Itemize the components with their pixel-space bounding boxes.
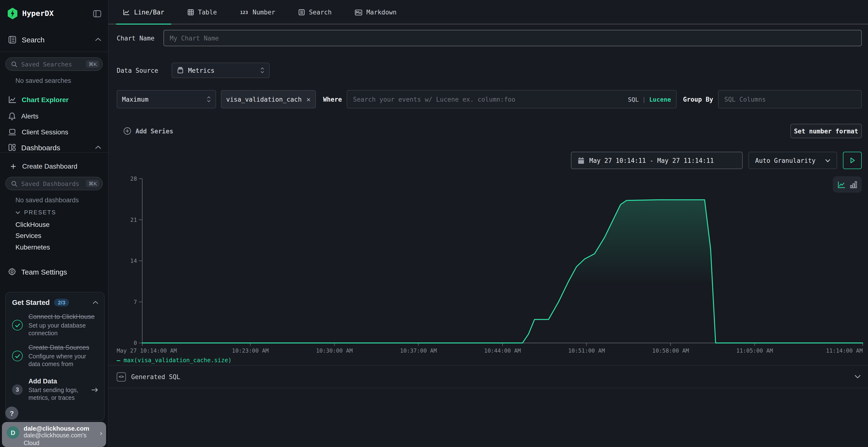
step-title: Create Data Sources — [28, 344, 98, 352]
presets-toggle[interactable]: PRESETS — [16, 209, 56, 216]
date-range-value: May 27 10:14:11 - May 27 11:14:11 — [589, 157, 714, 164]
set-number-format-button[interactable]: Set number format — [790, 124, 862, 138]
svg-text:123: 123 — [240, 10, 248, 15]
help-button[interactable]: ? — [5, 407, 18, 419]
chevron-down-icon[interactable] — [855, 375, 861, 379]
add-series-button[interactable]: Add Series — [123, 127, 173, 135]
get-started-progress-badge: 2/3 — [54, 299, 69, 306]
where-input[interactable] — [347, 90, 677, 108]
remove-metric-icon[interactable]: ✕ — [306, 95, 311, 103]
step-subtitle: Start sending logs, metrics, or traces — [28, 387, 85, 402]
series-line — [142, 200, 863, 343]
tab-line-bar[interactable]: Line/Bar — [116, 0, 171, 25]
svg-text:10:23:00 AM: 10:23:00 AM — [232, 347, 269, 354]
tab-number[interactable]: 123 Number — [234, 0, 282, 25]
sql-toggle[interactable]: SQL — [628, 96, 639, 103]
metric-field-chip[interactable]: visa_validation_cach ✕ — [221, 90, 316, 108]
data-source-value: Metrics — [188, 67, 256, 74]
chart-type-tabs: Line/Bar Table 123 Number — [116, 0, 403, 25]
data-source-label: Data Source — [117, 67, 172, 74]
where-filter: SQL | Lucene — [347, 90, 677, 108]
svg-text:11:05:00 AM: 11:05:00 AM — [736, 347, 773, 354]
saved-searches-input[interactable] — [21, 61, 86, 68]
sidebar-section-search[interactable]: Search — [0, 32, 108, 47]
lucene-toggle[interactable]: Lucene — [649, 96, 671, 103]
aggregation-value: Maximum — [122, 96, 203, 103]
tab-label: Number — [253, 9, 275, 16]
tab-label: Search — [309, 9, 332, 16]
team-settings-item[interactable]: Team Settings — [0, 264, 108, 279]
tab-search[interactable]: Search — [291, 0, 338, 25]
svg-text:10:58:00 AM: 10:58:00 AM — [652, 347, 689, 354]
create-dashboard-label: Create Dashboard — [22, 162, 78, 170]
gear-icon — [8, 268, 16, 276]
collapse-sidebar-icon[interactable] — [93, 9, 101, 18]
svg-text:10:51:00 AM: 10:51:00 AM — [568, 347, 605, 354]
preset-services[interactable]: Services — [16, 232, 41, 239]
tab-table[interactable]: Table — [181, 0, 223, 25]
arrow-right-icon — [91, 387, 98, 392]
where-label: Where — [323, 96, 342, 103]
chevron-up-icon[interactable] — [93, 301, 98, 304]
add-series-label: Add Series — [135, 128, 173, 135]
saved-dashboards-search[interactable]: ⌘K — [5, 177, 103, 190]
granularity-select[interactable]: Auto Granularity — [748, 152, 837, 169]
team-settings-label: Team Settings — [21, 268, 101, 276]
search-icon — [11, 180, 18, 187]
chevron-down-icon — [16, 211, 20, 214]
svg-text:10:44:00 AM: 10:44:00 AM — [484, 347, 521, 354]
date-range-picker[interactable]: May 27 10:14:11 - May 27 11:14:11 — [571, 152, 743, 169]
main-content: Line/Bar Table 123 Number — [108, 0, 868, 447]
generated-sql-label: Generated SQL — [131, 373, 855, 380]
no-saved-searches-text: No saved searches — [16, 77, 71, 84]
aggregation-select[interactable]: Maximum — [117, 90, 216, 108]
sidebar-item-client-sessions[interactable]: Client Sessions — [0, 125, 108, 139]
get-started-card: Get Started 2/3 Connect to ClickHouse Se… — [5, 292, 105, 421]
line-chart-icon — [123, 9, 130, 15]
circle-plus-icon — [123, 127, 131, 135]
laptop-icon — [8, 128, 17, 136]
get-started-step-sources[interactable]: Create Data Sources Configure where your… — [12, 344, 98, 368]
dashboards-icon — [8, 143, 16, 151]
preset-clickhouse[interactable]: ClickHouse — [16, 220, 50, 228]
play-icon — [850, 158, 855, 163]
tab-markdown[interactable]: Markdown — [348, 0, 403, 25]
group-by-input[interactable] — [718, 90, 862, 108]
sidebar-item-chart-explorer[interactable]: Chart Explorer — [0, 93, 108, 107]
brand-name: HyperDX — [22, 9, 93, 18]
create-dashboard-button[interactable]: Create Dashboard — [0, 160, 108, 172]
preset-kubernetes[interactable]: Kubernetes — [16, 243, 50, 251]
presets-label: PRESETS — [24, 209, 56, 216]
sidebar-item-alerts[interactable]: Alerts — [0, 109, 108, 123]
svg-text:May 27 10:14:00 AM: May 27 10:14:00 AM — [117, 347, 177, 354]
sidebar: HyperDX Search — [0, 0, 108, 447]
saved-dashboards-input[interactable] — [21, 180, 86, 187]
chart-legend: — max(visa_validation_cache.size) — [117, 357, 231, 364]
tab-label: Markdown — [366, 9, 396, 16]
shortcut-badge: ⌘K — [86, 180, 99, 187]
metrics-source-icon — [177, 67, 184, 74]
shortcut-badge: ⌘K — [86, 60, 99, 68]
svg-text:10:37:00 AM: 10:37:00 AM — [400, 347, 437, 354]
series-area — [142, 200, 863, 343]
table-icon — [187, 9, 194, 15]
user-account-row[interactable]: D dale@clickhouse.com dale@clickhouse.co… — [2, 422, 106, 447]
saved-searches-search[interactable]: ⌘K — [5, 57, 103, 71]
chart-name-input[interactable] — [163, 30, 862, 46]
run-query-button[interactable] — [843, 152, 862, 169]
get-started-step-connect[interactable]: Connect to ClickHouse Set up your databa… — [12, 313, 98, 337]
metrics-chart: 07142128May 27 10:14:00 AM10:23:00 AM10:… — [111, 174, 866, 357]
svg-text:10:30:00 AM: 10:30:00 AM — [316, 347, 353, 354]
sidebar-section-dashboards[interactable]: Dashboards — [0, 140, 108, 155]
chart-name-label: Chart Name — [117, 34, 163, 42]
chevron-up-icon — [95, 145, 101, 149]
sidebar-item-label: Client Sessions — [22, 128, 68, 136]
svg-text:7: 7 — [133, 299, 137, 305]
data-source-select[interactable]: Metrics — [172, 63, 270, 78]
no-saved-dashboards-text: No saved dashboards — [16, 197, 79, 204]
code-icon: <> — [117, 372, 126, 381]
get-started-step-add-data[interactable]: 3 Add Data Start sending logs, metrics, … — [12, 378, 98, 402]
generated-sql-section[interactable]: <> Generated SQL — [108, 365, 868, 388]
svg-text:0: 0 — [133, 340, 137, 346]
search-section-icon — [8, 35, 17, 44]
